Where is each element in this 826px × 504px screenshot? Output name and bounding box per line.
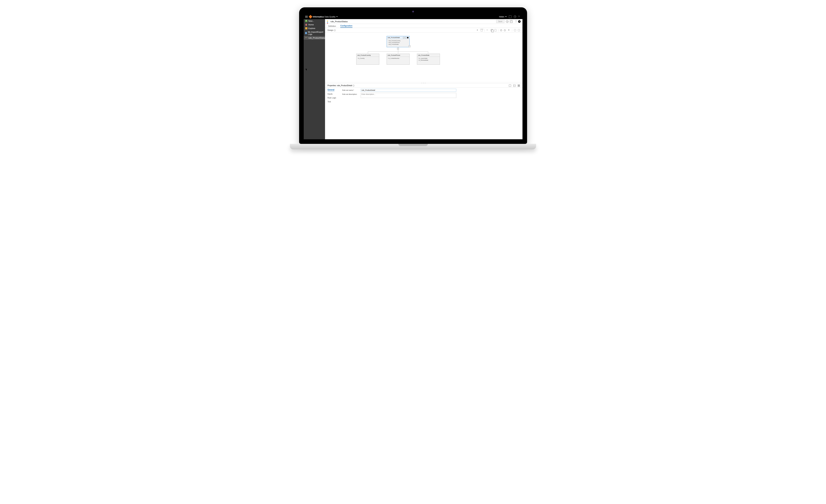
page-header: rule_ProductStatus Save ✕ bbox=[325, 19, 523, 24]
prop-tab-general[interactable]: General bbox=[328, 89, 335, 91]
node-body: In_Launchdate In_Renewaldate bbox=[417, 57, 440, 63]
prop-tab-rule-logic[interactable]: Rule Logic bbox=[328, 97, 341, 99]
sidebar-item-new[interactable]: New... bbox=[304, 19, 325, 23]
hamburger-icon[interactable] bbox=[305, 16, 308, 18]
cut-icon[interactable] bbox=[486, 29, 489, 32]
properties-side-tabs: General Inputs Rule Logic Test bbox=[328, 89, 341, 138]
rule-icon bbox=[305, 37, 307, 39]
design-toolbar: Design i bbox=[325, 28, 523, 33]
paste-icon[interactable] bbox=[494, 29, 496, 32]
collapse-icon[interactable] bbox=[518, 29, 520, 31]
product-switcher[interactable]: Data Quality bbox=[324, 16, 338, 18]
user-menu[interactable]: Helen bbox=[499, 16, 507, 18]
app-body: New... Home Explore My Import/Export Log… bbox=[304, 19, 523, 139]
layout-half-icon[interactable] bbox=[513, 84, 516, 87]
node-min-icon[interactable] bbox=[403, 37, 404, 39]
tab-configuration[interactable]: Configuration bbox=[340, 25, 352, 28]
sidebar-item-home[interactable]: Home bbox=[304, 23, 325, 26]
zoom-in-icon[interactable] bbox=[500, 29, 502, 31]
zoom-out-icon[interactable] bbox=[504, 29, 506, 31]
validate-icon[interactable] bbox=[510, 20, 513, 23]
laptop-frame: Informatica Data Quality Helen New... bbox=[299, 7, 527, 149]
separator bbox=[484, 29, 485, 32]
toolbar-icons bbox=[476, 29, 520, 32]
splitter-handle[interactable]: • • • bbox=[325, 82, 523, 83]
rule-icon bbox=[327, 20, 329, 22]
node-title: rule_ProductDetail bbox=[388, 37, 400, 39]
sidebar-item-logs[interactable]: My Import/Export Logs bbox=[304, 30, 325, 36]
connector bbox=[398, 47, 398, 49]
add-icon[interactable] bbox=[476, 29, 479, 32]
tab-definition[interactable]: Definition bbox=[328, 25, 336, 28]
info-icon[interactable]: i bbox=[334, 29, 336, 31]
node-status-icon bbox=[407, 37, 409, 39]
node-header[interactable]: rule_ProductDate bbox=[417, 54, 440, 57]
node-header[interactable]: rule_ProductDetail bbox=[387, 36, 409, 39]
user-icon[interactable] bbox=[514, 15, 516, 18]
node-child[interactable]: rule_ProductPhone In_ContactNumber bbox=[387, 54, 410, 65]
node-child[interactable]: rule_ProductDate In_Launchdate In_Renewa… bbox=[417, 54, 440, 65]
node-title: rule_ProductDate bbox=[418, 54, 429, 56]
info-icon[interactable]: i bbox=[353, 85, 354, 86]
properties-layout-icons bbox=[509, 84, 520, 87]
rule-set-name-input[interactable] bbox=[361, 89, 456, 92]
notifications-icon[interactable] bbox=[509, 15, 512, 18]
page-actions: Save ✕ bbox=[496, 20, 521, 23]
prop-tab-test[interactable]: Test bbox=[328, 101, 341, 103]
design-label: Design bbox=[328, 29, 333, 31]
node-item: In_Renewaldate bbox=[418, 59, 439, 61]
node-body: In_ContactNumber bbox=[387, 57, 409, 61]
node-head-icons bbox=[403, 37, 409, 39]
properties-title: Properties: rule_ProductDetail bbox=[328, 84, 352, 86]
desc-label: Rule set description: bbox=[342, 93, 361, 95]
form-row-desc: Rule set description: bbox=[342, 93, 520, 98]
node-title: rule_ProductPhone bbox=[388, 54, 400, 56]
name-label: Rule set name:* bbox=[342, 89, 361, 91]
prop-tab-inputs[interactable]: Inputs bbox=[328, 93, 341, 95]
layout-min-icon[interactable] bbox=[509, 84, 511, 87]
node-item: In_Country bbox=[358, 58, 378, 59]
page-title: rule_ProductStatus bbox=[331, 20, 348, 22]
properties-header: Properties: rule_ProductDetail i bbox=[325, 83, 523, 88]
node-item: In_Launchdate bbox=[418, 58, 439, 59]
add-port-icon[interactable]: + bbox=[409, 45, 411, 47]
design-canvas[interactable]: rule_ProductDetail rule_ProductCountry r… bbox=[325, 33, 523, 82]
home-icon bbox=[305, 23, 307, 26]
brand-name: Informatica bbox=[313, 16, 324, 18]
sidebar-item-label: Explore bbox=[308, 27, 315, 29]
layout-max-icon[interactable] bbox=[518, 84, 520, 87]
node-child[interactable]: rule_ProductCountry In_Country bbox=[356, 54, 379, 65]
sidebar-item-explore[interactable]: Explore bbox=[304, 26, 325, 30]
header-right: Helen bbox=[499, 15, 521, 18]
properties-form: Rule set name:* Rule set description: bbox=[341, 89, 520, 138]
node-max-icon[interactable] bbox=[405, 37, 407, 39]
sidebar: New... Home Explore My Import/Export Log… bbox=[304, 19, 325, 139]
node-title: rule_ProductCountry bbox=[357, 54, 371, 56]
node-body: rule_ProductCountry rule_ProductPhone ru… bbox=[387, 39, 409, 47]
sidebar-item-rule[interactable]: rule_ProductStatus × bbox=[304, 36, 325, 40]
fit-icon[interactable] bbox=[508, 29, 510, 32]
help-icon[interactable] bbox=[519, 15, 521, 18]
mouse-cursor bbox=[305, 68, 307, 71]
node-header[interactable]: rule_ProductPhone bbox=[387, 54, 409, 57]
node-item: rule_ProductCountry bbox=[388, 40, 408, 42]
history-icon[interactable] bbox=[506, 20, 509, 23]
node-parent[interactable]: rule_ProductDetail rule_ProductCountry r… bbox=[387, 36, 410, 47]
save-button[interactable]: Save bbox=[496, 20, 505, 23]
connector bbox=[398, 52, 398, 54]
node-body: In_Country bbox=[356, 57, 379, 61]
node-header[interactable]: rule_ProductCountry bbox=[356, 54, 379, 57]
bezel: Informatica Data Quality Helen New... bbox=[299, 7, 527, 144]
separator bbox=[498, 29, 498, 32]
delete-icon[interactable] bbox=[481, 29, 483, 32]
separator bbox=[512, 29, 512, 32]
close-page-icon[interactable]: ✕ bbox=[518, 20, 521, 23]
tabs-bar: Definition Configuration bbox=[325, 24, 523, 28]
expand-icon[interactable] bbox=[514, 29, 516, 31]
rule-set-description-input[interactable] bbox=[361, 93, 456, 98]
folder-icon bbox=[305, 27, 307, 29]
connector bbox=[368, 52, 368, 54]
copy-icon[interactable] bbox=[491, 29, 493, 31]
form-row-name: Rule set name:* bbox=[342, 89, 520, 92]
more-icon[interactable] bbox=[514, 20, 517, 23]
